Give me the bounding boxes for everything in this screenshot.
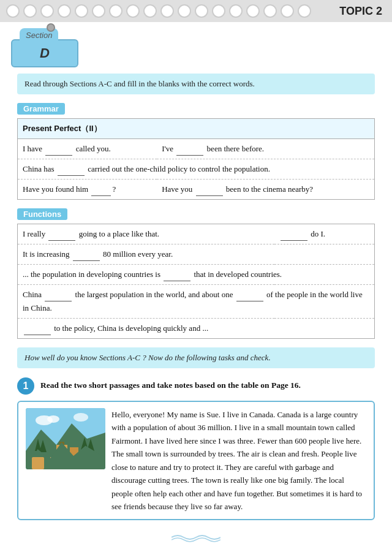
- dot-7: [109, 4, 123, 18]
- dot-18: [298, 4, 311, 18]
- grammar-row-1-col1: I have called you.: [18, 138, 157, 159]
- dot-17: [281, 4, 294, 18]
- dot-9: [143, 4, 157, 18]
- grammar-header-cell: Present Perfect（II）: [18, 118, 375, 138]
- grammar-row-3-col2: Have you been to the cinema nearby?: [157, 179, 374, 199]
- task-1-number: 1: [17, 377, 34, 395]
- main-content: Read through Sections A-C and fill in th…: [0, 74, 392, 532]
- functions-row-4: China the largest population in the worl…: [18, 285, 375, 319]
- functions-row-3: ... the population in developing countri…: [18, 265, 375, 285]
- svg-point-12: [74, 413, 88, 422]
- svg-rect-6: [50, 457, 81, 469]
- dot-16: [263, 4, 277, 18]
- dot-6: [92, 4, 105, 18]
- instruction-text: Read through Sections A-C and fill in th…: [24, 79, 255, 88]
- dot-5: [75, 4, 88, 18]
- passage-scene-svg: [26, 408, 105, 469]
- blank-f6: [236, 292, 263, 301]
- task-1-row: 1 Read the two short passages and take n…: [17, 377, 375, 395]
- dot-1: [6, 4, 20, 18]
- functions-row-1-col1: I really going to a place like that.: [18, 224, 274, 244]
- svg-point-11: [47, 415, 59, 423]
- grammar-row-1: I have called you. I've been there befor…: [18, 138, 375, 159]
- blank-3: [58, 167, 85, 176]
- blank-f2: [281, 232, 307, 241]
- grammar-table: Present Perfect（II） I have called you. I…: [17, 118, 375, 200]
- wave-decoration: [0, 532, 392, 542]
- dot-15: [246, 4, 260, 18]
- dot-10: [160, 4, 174, 18]
- top-dots-bar: TOPIC 2: [0, 0, 392, 22]
- blank-1: [45, 146, 72, 156]
- dot-13: [212, 4, 225, 18]
- passage-text-container: Hello, everyone! My name is Sue. I live …: [111, 408, 366, 513]
- functions-row-2-col1: It is increasing 80 million every year.: [18, 244, 375, 264]
- blank-f3: [73, 252, 100, 261]
- blank-2: [176, 146, 203, 156]
- functions-section: Functions I really going to a place like…: [17, 208, 375, 339]
- dot-14: [229, 4, 243, 18]
- page-footer: 15: [0, 543, 392, 549]
- check-instruction-text: How well do you know Sections A-C ? Now …: [24, 353, 271, 362]
- functions-table: I really going to a place like that. do …: [17, 224, 375, 339]
- dot-11: [178, 4, 191, 18]
- dot-12: [195, 4, 208, 18]
- dot-2: [23, 4, 37, 18]
- functions-label: Functions: [17, 208, 67, 220]
- grammar-section: Grammar Present Perfect（II） I have calle…: [17, 103, 375, 200]
- passage-text: Hello, everyone! My name is Sue. I live …: [111, 410, 362, 511]
- blank-f5: [45, 292, 72, 301]
- functions-row-4-col1: China the largest population in the worl…: [18, 285, 375, 319]
- wave-svg: [172, 532, 221, 542]
- blank-f4: [164, 272, 190, 281]
- dot-3: [40, 4, 54, 18]
- instruction-box: Read through Sections A-C and fill in th…: [17, 74, 375, 94]
- dot-4: [58, 4, 71, 18]
- functions-row-1-col2: do I.: [274, 224, 375, 244]
- grammar-row-3: Have you found him ? Have you been to th…: [18, 179, 375, 199]
- grammar-row-3-col1: Have you found him ?: [18, 179, 157, 199]
- svg-rect-9: [59, 442, 64, 447]
- passage-image-scene: [26, 408, 105, 469]
- functions-row-3-col1: ... the population in developing countri…: [18, 265, 375, 285]
- grammar-row-2-col1: China has carried out the one-child poli…: [18, 159, 375, 179]
- svg-rect-8: [70, 447, 78, 458]
- section-pin: [47, 23, 55, 32]
- grammar-header-text: Present Perfect（II）: [23, 124, 102, 133]
- topic-label: TOPIC 2: [339, 5, 382, 18]
- dot-8: [126, 4, 140, 18]
- passage-box: Hello, everyone! My name is Sue. I live …: [17, 401, 375, 521]
- blank-5: [196, 187, 223, 196]
- blank-f7: [24, 326, 51, 335]
- functions-row-5: to the policy, China is developing quick…: [18, 319, 375, 339]
- task-1-instruction: Read the two short passages and take not…: [40, 377, 301, 392]
- grammar-row-1-col2: I've been there before.: [157, 138, 374, 159]
- section-banner: Section D: [11, 28, 91, 66]
- blank-4: [91, 187, 111, 196]
- check-instruction-box: How well do you know Sections A-C ? Now …: [17, 347, 375, 368]
- functions-row-1: I really going to a place like that. do …: [18, 224, 375, 244]
- grammar-header-row: Present Perfect（II）: [18, 118, 375, 138]
- functions-row-5-col1: to the policy, China is developing quick…: [18, 319, 375, 339]
- blank-f1: [48, 232, 75, 241]
- section-letter: D: [11, 39, 78, 67]
- passage-image: [26, 408, 105, 469]
- grammar-row-2: China has carried out the one-child poli…: [18, 159, 375, 179]
- grammar-label: Grammar: [17, 103, 65, 115]
- functions-row-2: It is increasing 80 million every year.: [18, 244, 375, 264]
- svg-rect-7: [56, 445, 67, 458]
